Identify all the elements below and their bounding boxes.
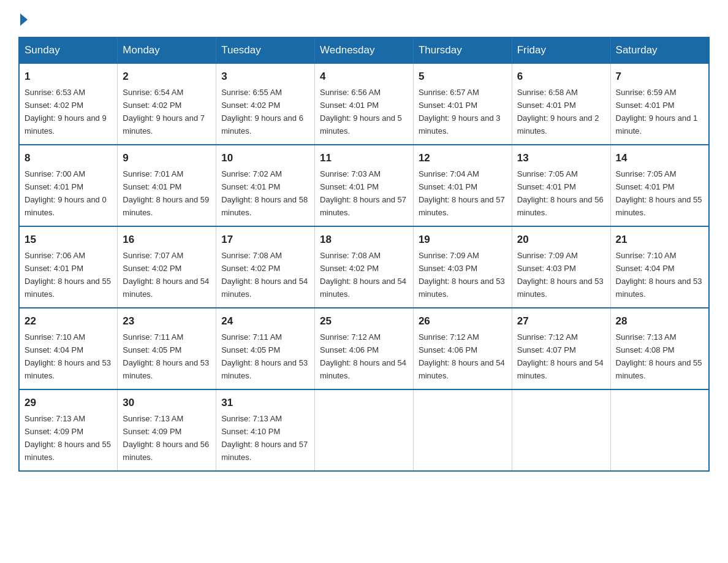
calendar-cell — [315, 389, 414, 471]
day-number: 9 — [123, 150, 211, 166]
calendar-table: SundayMondayTuesdayWednesdayThursdayFrid… — [18, 37, 710, 472]
day-number: 28 — [616, 313, 703, 329]
day-number: 19 — [419, 232, 507, 248]
weekday-header-monday: Monday — [118, 37, 216, 63]
week-row-3: 15 Sunrise: 7:06 AMSunset: 4:01 PMDaylig… — [19, 226, 709, 308]
week-row-4: 22 Sunrise: 7:10 AMSunset: 4:04 PMDaylig… — [19, 308, 709, 389]
day-number: 30 — [123, 395, 211, 411]
day-number: 29 — [25, 395, 112, 411]
page-header — [18, 12, 710, 26]
day-info: Sunrise: 7:10 AMSunset: 4:04 PMDaylight:… — [616, 251, 702, 299]
calendar-cell: 6 Sunrise: 6:58 AMSunset: 4:01 PMDayligh… — [512, 63, 610, 145]
day-info: Sunrise: 6:53 AMSunset: 4:02 PMDaylight:… — [25, 88, 107, 136]
day-info: Sunrise: 7:09 AMSunset: 4:03 PMDaylight:… — [517, 251, 604, 299]
day-info: Sunrise: 7:13 AMSunset: 4:09 PMDaylight:… — [123, 414, 209, 462]
calendar-cell: 8 Sunrise: 7:00 AMSunset: 4:01 PMDayligh… — [19, 145, 118, 226]
weekday-header-saturday: Saturday — [610, 37, 709, 63]
weekday-header-friday: Friday — [512, 37, 610, 63]
calendar-cell: 4 Sunrise: 6:56 AMSunset: 4:01 PMDayligh… — [315, 63, 414, 145]
day-number: 14 — [616, 150, 703, 166]
calendar-cell — [512, 389, 610, 471]
day-info: Sunrise: 7:05 AMSunset: 4:01 PMDaylight:… — [616, 169, 702, 217]
day-number: 5 — [419, 69, 507, 85]
day-number: 26 — [419, 313, 507, 329]
calendar-cell: 18 Sunrise: 7:08 AMSunset: 4:02 PMDaylig… — [315, 226, 414, 308]
day-info: Sunrise: 7:00 AMSunset: 4:01 PMDaylight:… — [25, 169, 107, 217]
day-number: 31 — [221, 395, 309, 411]
day-info: Sunrise: 7:06 AMSunset: 4:01 PMDaylight:… — [25, 251, 111, 299]
logo-arrow-icon — [20, 13, 28, 26]
day-info: Sunrise: 7:03 AMSunset: 4:01 PMDaylight:… — [320, 169, 406, 217]
calendar-cell: 22 Sunrise: 7:10 AMSunset: 4:04 PMDaylig… — [19, 308, 118, 389]
day-info: Sunrise: 6:54 AMSunset: 4:02 PMDaylight:… — [123, 88, 205, 136]
day-number: 22 — [25, 313, 112, 329]
day-info: Sunrise: 7:13 AMSunset: 4:09 PMDaylight:… — [25, 414, 111, 462]
weekday-header-row: SundayMondayTuesdayWednesdayThursdayFrid… — [19, 37, 709, 63]
day-number: 3 — [221, 69, 309, 85]
calendar-cell: 24 Sunrise: 7:11 AMSunset: 4:05 PMDaylig… — [216, 308, 315, 389]
calendar-cell: 2 Sunrise: 6:54 AMSunset: 4:02 PMDayligh… — [118, 63, 216, 145]
calendar-cell: 29 Sunrise: 7:13 AMSunset: 4:09 PMDaylig… — [19, 389, 118, 471]
day-number: 17 — [221, 232, 309, 248]
day-number: 8 — [25, 150, 112, 166]
day-number: 7 — [616, 69, 703, 85]
calendar-cell: 30 Sunrise: 7:13 AMSunset: 4:09 PMDaylig… — [118, 389, 216, 471]
weekday-header-thursday: Thursday — [413, 37, 512, 63]
calendar-cell: 16 Sunrise: 7:07 AMSunset: 4:02 PMDaylig… — [118, 226, 216, 308]
day-number: 27 — [517, 313, 605, 329]
day-number: 16 — [123, 232, 211, 248]
day-info: Sunrise: 7:08 AMSunset: 4:02 PMDaylight:… — [221, 251, 308, 299]
calendar-cell: 28 Sunrise: 7:13 AMSunset: 4:08 PMDaylig… — [610, 308, 709, 389]
day-number: 6 — [517, 69, 605, 85]
logo — [18, 12, 28, 26]
day-number: 23 — [123, 313, 211, 329]
day-number: 15 — [25, 232, 112, 248]
calendar-cell: 26 Sunrise: 7:12 AMSunset: 4:06 PMDaylig… — [413, 308, 512, 389]
day-info: Sunrise: 7:12 AMSunset: 4:06 PMDaylight:… — [320, 332, 406, 380]
calendar-cell: 1 Sunrise: 6:53 AMSunset: 4:02 PMDayligh… — [19, 63, 118, 145]
day-info: Sunrise: 7:01 AMSunset: 4:01 PMDaylight:… — [123, 169, 209, 217]
day-info: Sunrise: 7:13 AMSunset: 4:08 PMDaylight:… — [616, 332, 702, 380]
week-row-2: 8 Sunrise: 7:00 AMSunset: 4:01 PMDayligh… — [19, 145, 709, 226]
calendar-cell: 15 Sunrise: 7:06 AMSunset: 4:01 PMDaylig… — [19, 226, 118, 308]
weekday-header-tuesday: Tuesday — [216, 37, 315, 63]
calendar-cell: 3 Sunrise: 6:55 AMSunset: 4:02 PMDayligh… — [216, 63, 315, 145]
day-info: Sunrise: 7:10 AMSunset: 4:04 PMDaylight:… — [25, 332, 111, 380]
day-info: Sunrise: 7:12 AMSunset: 4:07 PMDaylight:… — [517, 332, 604, 380]
day-number: 25 — [320, 313, 408, 329]
day-number: 21 — [616, 232, 703, 248]
day-info: Sunrise: 6:57 AMSunset: 4:01 PMDaylight:… — [419, 88, 501, 136]
day-number: 24 — [221, 313, 309, 329]
calendar-cell: 14 Sunrise: 7:05 AMSunset: 4:01 PMDaylig… — [610, 145, 709, 226]
week-row-1: 1 Sunrise: 6:53 AMSunset: 4:02 PMDayligh… — [19, 63, 709, 145]
day-number: 10 — [221, 150, 309, 166]
day-number: 20 — [517, 232, 605, 248]
calendar-cell: 17 Sunrise: 7:08 AMSunset: 4:02 PMDaylig… — [216, 226, 315, 308]
calendar-cell — [413, 389, 512, 471]
weekday-header-sunday: Sunday — [19, 37, 118, 63]
calendar-cell: 19 Sunrise: 7:09 AMSunset: 4:03 PMDaylig… — [413, 226, 512, 308]
calendar-cell: 12 Sunrise: 7:04 AMSunset: 4:01 PMDaylig… — [413, 145, 512, 226]
day-number: 2 — [123, 69, 211, 85]
day-info: Sunrise: 7:08 AMSunset: 4:02 PMDaylight:… — [320, 251, 406, 299]
week-row-5: 29 Sunrise: 7:13 AMSunset: 4:09 PMDaylig… — [19, 389, 709, 471]
calendar-cell: 7 Sunrise: 6:59 AMSunset: 4:01 PMDayligh… — [610, 63, 709, 145]
calendar-cell: 20 Sunrise: 7:09 AMSunset: 4:03 PMDaylig… — [512, 226, 610, 308]
day-number: 11 — [320, 150, 408, 166]
calendar-cell: 21 Sunrise: 7:10 AMSunset: 4:04 PMDaylig… — [610, 226, 709, 308]
weekday-header-wednesday: Wednesday — [315, 37, 414, 63]
calendar-cell: 10 Sunrise: 7:02 AMSunset: 4:01 PMDaylig… — [216, 145, 315, 226]
calendar-cell: 5 Sunrise: 6:57 AMSunset: 4:01 PMDayligh… — [413, 63, 512, 145]
calendar-cell: 13 Sunrise: 7:05 AMSunset: 4:01 PMDaylig… — [512, 145, 610, 226]
day-info: Sunrise: 6:59 AMSunset: 4:01 PMDaylight:… — [616, 88, 698, 136]
day-info: Sunrise: 7:09 AMSunset: 4:03 PMDaylight:… — [419, 251, 505, 299]
day-info: Sunrise: 6:58 AMSunset: 4:01 PMDaylight:… — [517, 88, 599, 136]
day-info: Sunrise: 7:13 AMSunset: 4:10 PMDaylight:… — [221, 414, 308, 462]
day-info: Sunrise: 7:02 AMSunset: 4:01 PMDaylight:… — [221, 169, 308, 217]
day-number: 18 — [320, 232, 408, 248]
day-info: Sunrise: 6:55 AMSunset: 4:02 PMDaylight:… — [221, 88, 303, 136]
day-number: 13 — [517, 150, 605, 166]
calendar-cell: 31 Sunrise: 7:13 AMSunset: 4:10 PMDaylig… — [216, 389, 315, 471]
day-info: Sunrise: 7:05 AMSunset: 4:01 PMDaylight:… — [517, 169, 604, 217]
day-info: Sunrise: 7:12 AMSunset: 4:06 PMDaylight:… — [419, 332, 505, 380]
